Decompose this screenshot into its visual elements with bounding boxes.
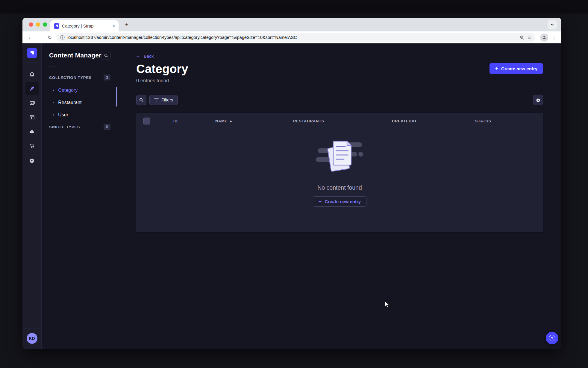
collection-types-label: COLLECTION TYPES [49,75,92,80]
browser-toolbar: ← → ↻ ⓘ localhost:1337/admin/content-man… [22,31,561,43]
browser-window: Category | Strapi × + ← → ↻ ⓘ localhost:… [22,18,561,349]
entries-table: ID NAME▲ RESTAURANTS CREATEDAT STATUS [136,113,543,232]
nav-content-manager-button[interactable] [25,82,39,95]
rail-nav [25,67,39,168]
nav-deploy-button[interactable] [25,124,39,139]
strapi-logo-icon[interactable] [27,48,37,58]
browser-tabstrip: Category | Strapi × + [22,18,561,31]
empty-documents-illustration [313,139,366,175]
panel-scrollbar-thumb[interactable] [116,87,117,107]
browser-menu-icon[interactable]: ⋮ [550,34,558,41]
plus-icon: + [319,199,322,204]
nav-content-type-builder-button[interactable] [25,110,39,124]
filter-icon [154,98,159,102]
person-icon [542,35,547,40]
back-label: Back [144,54,154,59]
main-nav-rail: KD [22,43,42,349]
window-controls [29,22,47,27]
nav-home-button[interactable] [25,67,39,81]
help-button[interactable]: ? [546,332,558,344]
feather-icon [29,86,35,92]
back-arrow-icon: ← [136,53,141,59]
single-types-count-badge: 0 [104,124,110,130]
list-actions-row: Filters [136,95,543,105]
sidebar-item-category[interactable]: • Category [49,84,110,96]
zoom-level-icon[interactable] [519,35,525,40]
plus-icon: + [495,66,498,71]
tab-close-icon[interactable]: × [112,24,116,28]
help-icon: ? [549,335,555,341]
column-header-id[interactable]: ID [173,119,215,123]
search-icon [139,98,144,102]
reload-button[interactable]: ↻ [45,33,54,42]
filters-button[interactable]: Filters [149,95,178,105]
bullet-icon: • [53,112,54,117]
nav-settings-button[interactable] [25,153,39,168]
rail-bottom: KD [22,329,41,349]
zoom-window-button[interactable] [43,22,47,27]
sort-asc-icon: ▲ [230,119,233,122]
bookmark-star-icon[interactable]: ☆ [527,34,532,41]
entries-count: 0 entries found [136,78,188,83]
sidebar-item-user[interactable]: • User [49,109,110,121]
address-bar[interactable]: ⓘ localhost:1337/admin/content-manager/c… [57,33,535,42]
cart-icon [29,143,35,149]
tab-search-button[interactable] [548,20,557,29]
site-info-icon[interactable]: ⓘ [60,35,65,40]
collection-types-count-badge: 3 [104,74,110,80]
panel-divider [49,66,57,66]
content-manager-panel: Content Manager COLLECTION TYPES 3 • Cat… [42,43,118,349]
search-icon [104,53,108,58]
gear-icon [29,157,35,164]
column-header-name[interactable]: NAME▲ [215,119,293,123]
page-title: Category [136,63,188,75]
sidebar-item-restaurant[interactable]: • Restaurant [49,96,110,109]
new-tab-button[interactable]: + [122,20,131,29]
view-settings-button[interactable] [533,95,543,105]
minimize-window-button[interactable] [36,22,40,27]
column-header-restaurants[interactable]: RESTAURANTS [293,119,392,123]
close-window-button[interactable] [29,22,33,27]
single-types-header: SINGLE TYPES 0 [49,124,110,130]
collection-types-header: COLLECTION TYPES 3 [49,74,110,80]
back-link[interactable]: ← Back [136,53,154,59]
create-new-entry-button[interactable]: + Create new entry [490,63,543,74]
empty-state-message: No content found [317,184,362,191]
desktop-wallpaper-band [0,0,588,13]
strapi-app: KD Content Manager COLLECTION TYPES 3 • … [22,43,561,349]
bullet-icon: • [53,100,54,105]
column-header-createdat[interactable]: CREATEDAT [392,119,475,123]
images-icon [29,100,35,106]
strapi-favicon-icon [54,23,59,29]
rail-divider [22,63,41,63]
table-search-button[interactable] [136,95,146,105]
select-all-checkbox[interactable] [143,118,150,124]
panel-title: Content Manager [49,52,101,59]
column-header-status[interactable]: STATUS [475,119,536,123]
empty-state: No content found + Create new entry [136,129,543,207]
gear-icon [536,98,541,103]
empty-create-new-entry-button[interactable]: + Create new entry [313,196,366,207]
browser-profile-avatar[interactable] [540,34,548,42]
cloud-icon [29,129,35,135]
nav-media-library-button[interactable] [25,96,39,110]
panel-search-button[interactable] [101,51,110,60]
chevron-down-icon [550,23,554,27]
nav-marketplace-button[interactable] [25,139,39,153]
user-avatar[interactable]: KD [27,333,37,344]
collection-types-list: • Category • Restaurant • User [49,84,110,121]
layout-icon [29,114,35,120]
browser-tab-active[interactable]: Category | Strapi × [50,20,119,31]
url-text: localhost:1337/admin/content-manager/col… [67,35,297,40]
table-header-row: ID NAME▲ RESTAURANTS CREATEDAT STATUS [136,113,543,129]
main-content: ← Back Category 0 entries found + Create… [118,43,561,349]
tab-title: Category | Strapi [62,24,109,28]
single-types-label: SINGLE TYPES [49,125,80,129]
back-button[interactable]: ← [26,33,35,42]
home-icon [29,71,35,77]
forward-button[interactable]: → [36,33,45,42]
bullet-icon: • [53,88,54,92]
